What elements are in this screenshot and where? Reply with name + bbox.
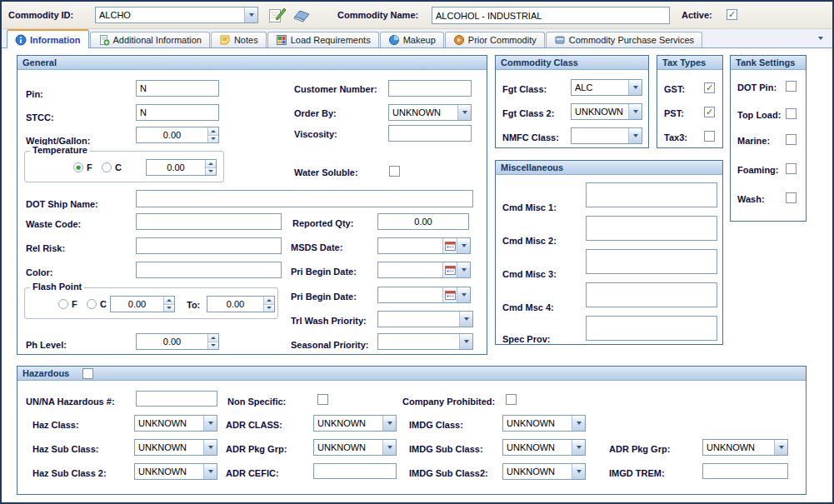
dropdown-arrow-icon[interactable] (774, 440, 787, 455)
dropdown-arrow-icon[interactable] (382, 440, 396, 455)
dropdown-arrow-icon[interactable] (203, 440, 217, 455)
un-na-hazardous-input[interactable] (136, 391, 217, 407)
tab-commodity-purchase-services[interactable]: Commodity Purchase Services (546, 32, 702, 47)
flash-point-c-radio[interactable] (87, 299, 97, 309)
step-down-button[interactable] (206, 167, 216, 176)
haz-class-select[interactable]: UNKNOWN (134, 415, 217, 432)
dot-ship-name-input[interactable] (136, 190, 473, 207)
company-prohibited-checkbox[interactable] (506, 394, 517, 405)
trl-wash-priority-select[interactable] (377, 311, 473, 327)
tab-information[interactable]: Information (7, 29, 89, 48)
step-down-button[interactable] (264, 304, 274, 312)
fgt-class2-select[interactable]: UNKNOWN (571, 103, 642, 120)
tab-prior-commodity[interactable]: Prior Commodity (445, 32, 545, 47)
dropdown-arrow-icon[interactable] (572, 440, 585, 455)
hazardous-checkbox[interactable] (82, 368, 93, 379)
msds-date-picker[interactable] (377, 237, 471, 254)
dropdown-arrow-icon[interactable] (203, 464, 217, 479)
adr-class-select[interactable]: UNKNOWN (313, 415, 397, 432)
pst-checkbox[interactable]: ✓ (704, 107, 715, 117)
calendar-icon[interactable] (442, 287, 457, 302)
imdg-class-select[interactable]: UNKNOWN (502, 415, 586, 432)
cmd-misc3-input[interactable] (586, 249, 717, 274)
order-by-select[interactable]: UNKNOWN (388, 104, 472, 121)
weight-gallon-input[interactable] (137, 127, 207, 142)
flash-point-from-input[interactable] (111, 297, 163, 312)
tab-load-requirements[interactable]: Load Requirements (267, 32, 379, 47)
ph-level-input[interactable] (137, 334, 207, 349)
viscosity-input[interactable] (388, 125, 472, 142)
adr-pkg-grp-select[interactable]: UNKNOWN (313, 439, 397, 456)
wash-checkbox[interactable] (786, 192, 797, 203)
marine-checkbox[interactable] (786, 134, 797, 145)
seasonal-priority-select[interactable] (377, 333, 473, 350)
step-down-button[interactable] (208, 342, 218, 350)
haz-sub-class-select[interactable]: UNKNOWN (134, 439, 217, 456)
cmd-misc2-input[interactable] (586, 216, 717, 241)
dropdown-arrow-icon[interactable] (203, 416, 217, 431)
step-up-button[interactable] (164, 297, 174, 304)
step-up-button[interactable] (206, 160, 216, 167)
dropdown-arrow-icon[interactable] (628, 104, 642, 119)
gst-checkbox[interactable]: ✓ (704, 82, 715, 93)
weight-gallon-stepper[interactable] (136, 127, 219, 143)
haz-sub-class2-select[interactable]: UNKNOWN (134, 463, 217, 480)
flash-point-f-radio[interactable] (58, 299, 68, 309)
dropdown-arrow-icon[interactable] (628, 128, 642, 143)
imdg-sub-class-select[interactable]: UNKNOWN (502, 439, 586, 456)
dropdown-arrow-icon[interactable] (459, 334, 472, 349)
dropdown-arrow-icon[interactable] (459, 312, 472, 327)
tab-additional-information[interactable]: Additional Information (90, 32, 210, 47)
step-down-button[interactable] (208, 135, 218, 143)
tab-makeup[interactable]: Makeup (380, 32, 444, 47)
dot-pin-checkbox[interactable] (786, 81, 797, 92)
flash-point-from-stepper[interactable] (110, 296, 175, 312)
foaming-checkbox[interactable] (786, 163, 797, 174)
clear-button[interactable] (292, 7, 313, 24)
temperature-f-radio[interactable]: ● (73, 162, 83, 172)
ph-level-stepper[interactable] (136, 333, 219, 350)
calendar-icon[interactable] (442, 238, 457, 253)
fgt-class-select[interactable]: ALC (571, 79, 642, 96)
stcc-input[interactable] (136, 104, 219, 121)
dropdown-arrow-icon[interactable] (457, 238, 470, 253)
waste-code-input[interactable] (136, 213, 282, 230)
dropdown-arrow-icon[interactable] (457, 262, 470, 277)
adr-cefic-input[interactable] (313, 463, 397, 479)
spec-prov-input[interactable] (586, 316, 717, 341)
non-specific-checkbox[interactable] (317, 394, 328, 405)
step-up-button[interactable] (208, 334, 218, 342)
step-down-button[interactable] (164, 304, 174, 312)
water-soluble-checkbox[interactable] (389, 166, 400, 177)
cmd-msc4-input[interactable] (586, 282, 717, 307)
dropdown-arrow-icon[interactable] (457, 105, 471, 120)
commodity-name-input[interactable] (432, 7, 670, 24)
customer-number-input[interactable] (388, 80, 472, 97)
tab-notes[interactable]: Notes (211, 32, 267, 47)
dropdown-arrow-icon[interactable] (572, 416, 585, 431)
nmfc-class-select[interactable] (571, 127, 642, 144)
dropdown-arrow-icon[interactable] (382, 416, 396, 431)
color-input[interactable] (136, 262, 282, 278)
rel-risk-input[interactable] (136, 237, 282, 254)
pin-input[interactable] (136, 80, 219, 97)
imgd-trem-input[interactable] (702, 463, 788, 479)
active-checkbox[interactable]: ✓ (727, 9, 737, 20)
calendar-icon[interactable] (442, 262, 457, 277)
commodity-id-select[interactable]: ALCHO (95, 7, 258, 23)
temperature-stepper[interactable] (146, 159, 217, 176)
flash-point-to-stepper[interactable] (207, 296, 275, 312)
temperature-c-radio[interactable] (102, 162, 112, 172)
pri-begin-date2-picker[interactable] (377, 287, 471, 303)
cmd-misc1-input[interactable] (586, 182, 717, 207)
flash-point-to-input[interactable] (207, 297, 263, 312)
imdg-sub-class2-select[interactable]: UNKNOWN (502, 463, 586, 480)
step-up-button[interactable] (264, 297, 274, 304)
dropdown-arrow-icon[interactable] (457, 287, 470, 302)
dropdown-arrow-icon[interactable] (628, 80, 642, 95)
adr-pkg-grp2-select[interactable]: UNKNOWN (702, 439, 788, 456)
step-up-button[interactable] (208, 127, 218, 135)
temperature-input[interactable] (147, 160, 205, 175)
tax3-checkbox[interactable] (704, 131, 715, 142)
dropdown-arrow-icon[interactable] (244, 7, 257, 22)
